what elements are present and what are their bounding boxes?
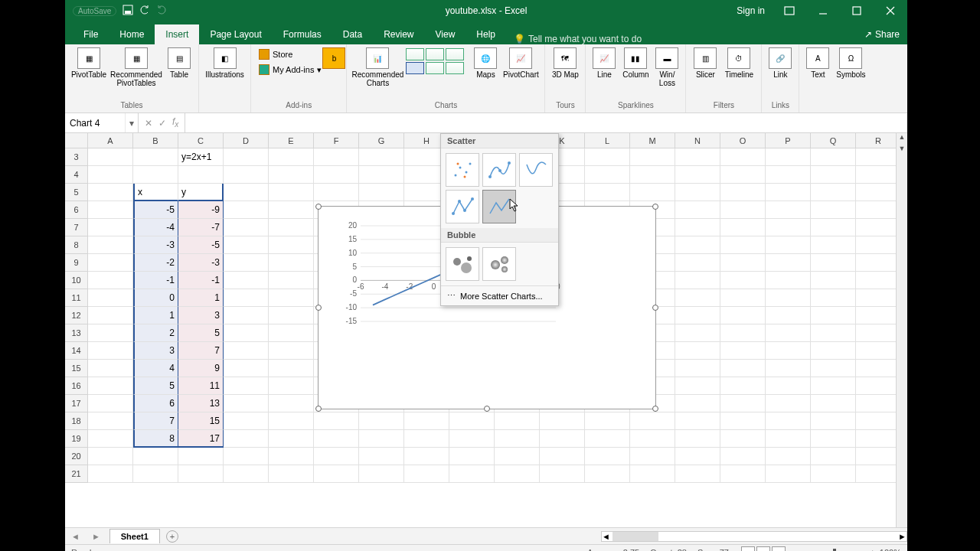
cell[interactable] xyxy=(811,342,856,360)
scroll-thumb[interactable] xyxy=(612,532,658,541)
cell[interactable]: y=2x+1 xyxy=(178,148,224,166)
ribbon-display-icon[interactable] xyxy=(773,0,806,21)
cell[interactable] xyxy=(585,166,630,184)
tab-file[interactable]: File xyxy=(73,24,109,44)
cell[interactable] xyxy=(766,148,811,166)
cell[interactable] xyxy=(224,289,269,307)
cell[interactable] xyxy=(224,254,269,272)
cell[interactable] xyxy=(314,184,359,201)
col-head[interactable]: E xyxy=(269,133,314,148)
cell[interactable] xyxy=(720,236,766,254)
cell[interactable] xyxy=(811,236,856,254)
cell[interactable]: 8 xyxy=(133,430,178,448)
scroll-right-icon[interactable]: ► xyxy=(898,532,906,541)
cell[interactable]: 4 xyxy=(133,360,178,377)
cell[interactable] xyxy=(720,201,766,219)
cell[interactable] xyxy=(856,377,901,395)
cell[interactable] xyxy=(675,395,720,412)
cell[interactable] xyxy=(224,166,269,184)
cell[interactable]: 5 xyxy=(133,377,178,395)
cell[interactable] xyxy=(766,254,811,272)
cell[interactable]: 13 xyxy=(178,395,224,412)
cell[interactable] xyxy=(88,360,133,377)
cell[interactable] xyxy=(766,184,811,201)
cell[interactable] xyxy=(224,342,269,360)
cell[interactable] xyxy=(269,289,314,307)
cell[interactable] xyxy=(720,272,766,289)
cell[interactable]: -5 xyxy=(133,201,178,219)
cell[interactable] xyxy=(856,289,901,307)
minimize-icon[interactable] xyxy=(806,0,840,21)
cell[interactable] xyxy=(811,148,856,166)
tab-review[interactable]: Review xyxy=(373,24,424,44)
more-scatter-charts[interactable]: ⋯ More Scatter Charts... xyxy=(441,285,558,305)
cell[interactable] xyxy=(269,272,314,289)
horizontal-scrollbar[interactable]: ◄ ► xyxy=(601,531,907,542)
cell[interactable]: 1 xyxy=(178,289,224,307)
cell[interactable] xyxy=(766,377,811,395)
row-head[interactable]: 12 xyxy=(65,307,88,324)
cell[interactable] xyxy=(178,166,224,184)
name-box-input[interactable] xyxy=(65,116,125,130)
cell[interactable] xyxy=(811,307,856,324)
cell[interactable] xyxy=(766,324,811,342)
cell[interactable] xyxy=(88,377,133,395)
resize-handle[interactable] xyxy=(484,406,490,412)
fx-icon[interactable]: fx xyxy=(172,116,178,129)
cell[interactable] xyxy=(269,395,314,412)
cell[interactable] xyxy=(766,465,811,483)
add-sheet-button[interactable]: + xyxy=(166,530,178,543)
cell[interactable] xyxy=(720,184,766,201)
cell[interactable] xyxy=(224,395,269,412)
cell[interactable] xyxy=(720,324,766,342)
row-head[interactable]: 21 xyxy=(65,465,88,483)
cell[interactable] xyxy=(675,219,720,236)
cell[interactable] xyxy=(675,184,720,201)
cell[interactable] xyxy=(720,465,766,483)
cell[interactable] xyxy=(720,166,766,184)
pivottable-button[interactable]: ▦PivotTable xyxy=(70,47,108,93)
bubble-3d-option[interactable] xyxy=(482,247,516,281)
scroll-down-icon[interactable]: ▼ xyxy=(897,145,907,156)
row-head[interactable]: 3 xyxy=(65,148,88,166)
cell[interactable] xyxy=(224,448,269,465)
cell[interactable] xyxy=(766,272,811,289)
sheet-nav-next-icon[interactable]: ► xyxy=(86,532,106,541)
row-head[interactable]: 8 xyxy=(65,236,88,254)
cell[interactable] xyxy=(269,324,314,342)
cell[interactable] xyxy=(856,148,901,166)
row-head[interactable]: 5 xyxy=(65,184,88,201)
cell[interactable] xyxy=(224,465,269,483)
combo-chart-dropdown[interactable] xyxy=(446,62,464,74)
col-head[interactable]: D xyxy=(224,133,269,148)
cell[interactable] xyxy=(856,307,901,324)
cell[interactable]: 2 xyxy=(133,324,178,342)
cell[interactable] xyxy=(88,236,133,254)
cell[interactable]: 6 xyxy=(133,395,178,412)
col-head[interactable]: A xyxy=(88,133,133,148)
row-head[interactable]: 16 xyxy=(65,377,88,395)
scatter-straight-option[interactable] xyxy=(482,190,516,223)
cell[interactable] xyxy=(675,412,720,430)
zoom-slider[interactable]: − + 100% xyxy=(795,548,901,551)
cell[interactable] xyxy=(224,236,269,254)
cell[interactable] xyxy=(856,342,901,360)
cell[interactable] xyxy=(630,430,675,448)
cell[interactable] xyxy=(766,360,811,377)
tab-formulas[interactable]: Formulas xyxy=(273,24,332,44)
cell[interactable] xyxy=(675,289,720,307)
symbols-button[interactable]: ΩSymbols xyxy=(833,47,868,93)
cell[interactable]: 3 xyxy=(178,307,224,324)
cell[interactable]: 9 xyxy=(178,360,224,377)
enter-icon[interactable]: ✓ xyxy=(158,118,166,129)
3d-map-button[interactable]: 🗺3D Map xyxy=(550,47,580,93)
scroll-up-icon[interactable]: ▲ xyxy=(897,133,907,145)
cell[interactable] xyxy=(811,360,856,377)
cell[interactable] xyxy=(269,219,314,236)
name-box-dropdown-icon[interactable]: ▾ xyxy=(125,113,138,132)
cell[interactable]: -3 xyxy=(178,254,224,272)
cell[interactable] xyxy=(811,254,856,272)
resize-handle[interactable] xyxy=(315,406,322,412)
cell[interactable] xyxy=(630,448,675,465)
cell[interactable] xyxy=(224,324,269,342)
